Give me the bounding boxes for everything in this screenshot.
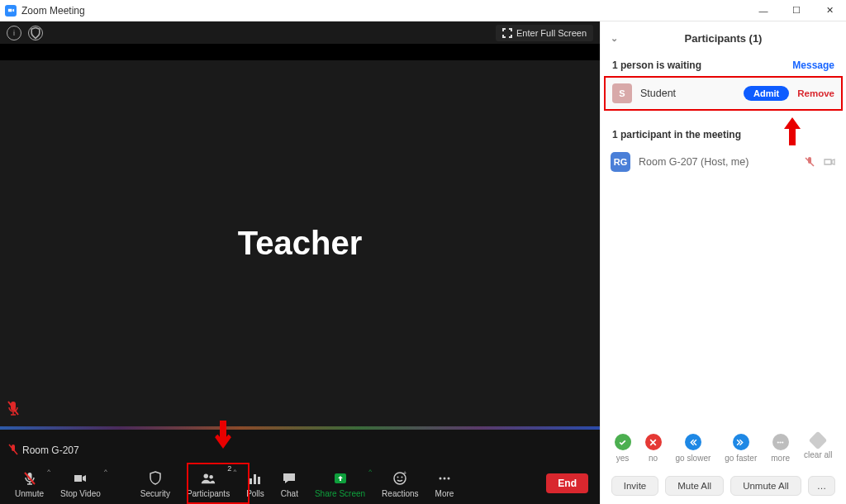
participants-footer: Invite Mute All Unmute All … — [601, 469, 846, 504]
end-meeting-button[interactable]: End — [546, 473, 588, 493]
mic-muted-icon — [803, 155, 816, 169]
chat-label: Chat — [281, 489, 298, 498]
meeting-toolbar: ^ Unmute ^ Stop Video Security ^ 2 Parti… — [0, 463, 600, 504]
stop-video-label: Stop Video — [60, 489, 101, 498]
in-meeting-header: 1 participant in the meeting — [601, 111, 846, 145]
svg-point-10 — [397, 476, 399, 478]
invite-button[interactable]: Invite — [611, 476, 659, 496]
reactions-button[interactable]: + Reactions — [373, 463, 426, 504]
caret-up-icon[interactable]: ^ — [368, 468, 372, 475]
svg-rect-17 — [789, 127, 796, 145]
reaction-yes[interactable]: yes — [615, 434, 631, 463]
participants-panel: ⌄ Participants (1) 1 person is waiting M… — [600, 21, 846, 504]
caret-up-icon[interactable]: ^ — [233, 468, 236, 475]
collapse-panel-button[interactable]: ⌄ — [611, 33, 618, 44]
reaction-bar: yes no go slower go faster more clear al… — [601, 426, 846, 469]
waiting-count-label: 1 person is waiting — [612, 59, 701, 71]
unmute-button[interactable]: ^ Unmute — [7, 463, 52, 504]
svg-rect-16 — [220, 421, 226, 439]
svg-rect-6 — [254, 474, 256, 484]
self-name-label: Room G-207 — [22, 445, 79, 456]
participants-count: 2 — [227, 464, 231, 473]
caret-up-icon[interactable]: ^ — [47, 468, 50, 475]
waiting-participant-row[interactable]: S Student Admit Remove — [606, 78, 841, 109]
enter-fullscreen-label: Enter Full Screen — [516, 28, 587, 38]
more-label: More — [435, 489, 454, 498]
polls-button[interactable]: Polls — [238, 463, 273, 504]
mic-muted-icon — [7, 400, 20, 420]
fullscreen-icon — [502, 28, 512, 38]
security-label: Security — [140, 489, 170, 498]
reaction-more[interactable]: more — [771, 434, 790, 463]
annotation-arrow-up — [782, 116, 803, 149]
participants-more-button[interactable]: … — [808, 476, 836, 496]
reaction-go-slower[interactable]: go slower — [676, 434, 711, 463]
participants-panel-header: ⌄ Participants (1) — [601, 21, 846, 55]
shield-icon — [147, 470, 164, 487]
caret-up-icon[interactable]: ^ — [104, 468, 107, 475]
window-minimize-button[interactable]: — — [747, 0, 780, 21]
host-name-label: Room G-207 (Host, me) — [639, 156, 795, 168]
self-view-bar: Room G-207 — [0, 430, 600, 463]
participants-label: Participants — [187, 489, 230, 498]
svg-rect-7 — [258, 477, 260, 484]
svg-rect-5 — [250, 478, 252, 484]
svg-point-11 — [402, 476, 403, 478]
video-icon — [72, 470, 88, 487]
window-title: Zoom Meeting — [21, 5, 85, 17]
mic-icon — [21, 470, 38, 487]
window-maximize-button[interactable]: ☐ — [780, 0, 813, 21]
svg-point-20 — [780, 441, 782, 443]
window-titlebar: Zoom Meeting — ☐ ✕ — [0, 0, 846, 21]
more-icon — [436, 470, 453, 487]
mute-all-button[interactable]: Mute All — [665, 476, 724, 496]
share-icon — [332, 470, 349, 487]
svg-point-14 — [443, 477, 445, 479]
polls-icon — [247, 470, 264, 487]
unmute-label: Unmute — [15, 489, 44, 498]
mic-muted-small-icon — [8, 444, 18, 456]
security-button[interactable]: Security — [132, 463, 178, 504]
video-main: Teacher — [0, 60, 600, 426]
chat-button[interactable]: Chat — [273, 463, 307, 504]
avatar: RG — [611, 152, 630, 172]
annotation-arrow-down — [212, 419, 234, 452]
video-area: i Enter Full Screen Teacher Room G-207 ^ — [0, 21, 600, 504]
svg-point-21 — [782, 441, 783, 443]
admit-button[interactable]: Admit — [744, 86, 789, 101]
host-participant-row[interactable]: RG Room G-207 (Host, me) — [601, 145, 846, 178]
avatar: S — [612, 83, 632, 103]
participants-button[interactable]: ^ 2 Participants — [178, 463, 238, 504]
reactions-label: Reactions — [382, 489, 418, 498]
self-name-chip: Room G-207 — [8, 444, 79, 456]
svg-point-3 — [204, 473, 208, 478]
participants-header-label: Participants (1) — [685, 32, 763, 45]
share-screen-button[interactable]: ^ Share Screen — [307, 463, 373, 504]
message-waiting-link[interactable]: Message — [792, 59, 834, 71]
video-participant-label: Teacher — [238, 225, 362, 262]
svg-point-15 — [447, 477, 449, 479]
enter-fullscreen-button[interactable]: Enter Full Screen — [496, 25, 593, 41]
reaction-go-faster[interactable]: go faster — [725, 434, 757, 463]
reaction-no[interactable]: no — [645, 434, 662, 463]
svg-point-19 — [777, 441, 779, 443]
smile-icon: + — [392, 470, 408, 487]
shield-icon[interactable] — [28, 26, 43, 40]
unmute-all-button[interactable]: Unmute All — [730, 476, 801, 496]
info-icon[interactable]: i — [7, 26, 21, 40]
svg-point-13 — [439, 477, 441, 479]
reaction-clear-all[interactable]: clear all — [804, 434, 832, 463]
chat-icon — [281, 470, 297, 487]
svg-point-4 — [209, 474, 213, 478]
remove-button[interactable]: Remove — [797, 88, 834, 98]
in-meeting-count-label: 1 participant in the meeting — [612, 129, 741, 140]
people-icon — [200, 470, 216, 487]
share-screen-label: Share Screen — [315, 489, 365, 498]
waiting-room-header: 1 person is waiting Message — [601, 55, 846, 76]
more-button[interactable]: More — [427, 463, 463, 504]
window-close-button[interactable]: ✕ — [813, 0, 846, 21]
annotation-box-admit: S Student Admit Remove — [604, 76, 843, 111]
polls-label: Polls — [246, 489, 264, 498]
waiting-participant-name: Student — [640, 88, 735, 99]
stop-video-button[interactable]: ^ Stop Video — [52, 463, 109, 504]
